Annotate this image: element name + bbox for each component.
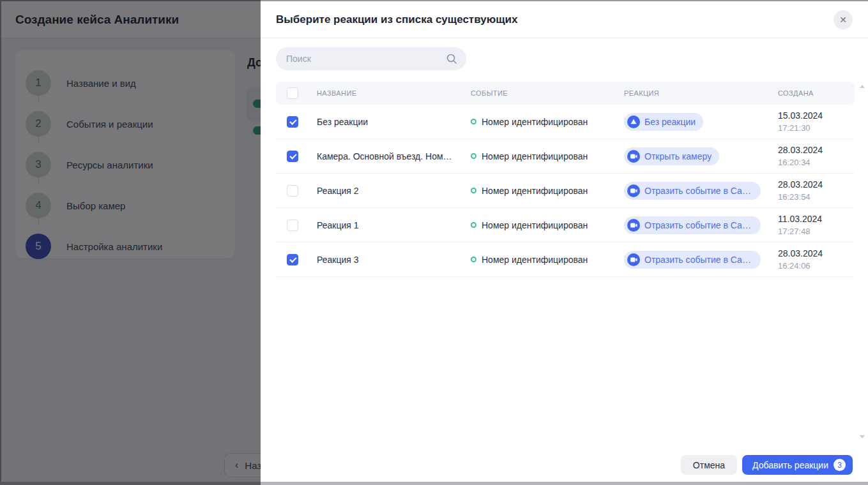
reaction-badge-label: Отразить событие в Сай… — [644, 186, 753, 196]
search-field-wrap — [276, 47, 466, 70]
reaction-badge-label: Без реакции — [644, 117, 696, 127]
event-name: Номер идентифицирован — [482, 255, 588, 265]
event-status-icon — [471, 257, 476, 262]
cancel-button[interactable]: Отмена — [681, 455, 737, 475]
row-checkbox[interactable] — [287, 254, 298, 265]
event-status-icon — [471, 119, 476, 124]
created-date: 11.03.2024 — [778, 213, 855, 225]
created-cell: 28.03.2024 16:23:54 — [778, 179, 855, 203]
event-name: Номер идентифицирован — [482, 117, 588, 127]
add-reactions-label: Добавить реакции — [752, 460, 828, 470]
reaction-badge-label: Открыть камеру — [644, 151, 712, 161]
reactions-table: НАЗВАНИЕ СОБЫТИЕ РЕАКЦИЯ СОЗДАНА Без реа… — [276, 82, 855, 277]
reaction-badge-label: Отразить событие в Сай… — [644, 255, 753, 265]
event-cell: Номер идентифицирован — [471, 220, 624, 230]
reaction-type-icon — [627, 253, 640, 266]
created-date: 15.03.2024 — [778, 110, 855, 122]
selected-count-badge: 3 — [834, 459, 846, 471]
search-icon — [446, 53, 457, 64]
close-button[interactable]: ✕ — [834, 10, 853, 29]
event-status-icon — [471, 222, 476, 228]
scrollbar-down-arrow[interactable] — [860, 435, 865, 438]
created-time: 16:20:34 — [778, 156, 855, 168]
created-time: 17:27:48 — [778, 225, 855, 237]
table-header-row: НАЗВАНИЕ СОБЫТИЕ РЕАКЦИЯ СОЗДАНА — [276, 82, 855, 105]
close-icon: ✕ — [839, 15, 847, 24]
reaction-badge: Без реакции — [624, 113, 703, 131]
created-time: 16:23:54 — [778, 191, 855, 203]
reaction-name: Реакция 2 — [317, 186, 471, 196]
row-checkbox[interactable] — [287, 220, 298, 231]
modal-footer: Отмена Добавить реакции 3 — [261, 455, 868, 482]
event-status-icon — [471, 153, 476, 159]
row-checkbox[interactable] — [287, 185, 298, 197]
modal-header: Выберите реакции из списка существующих … — [261, 1, 868, 38]
event-cell: Номер идентифицирован — [471, 255, 624, 265]
table-row[interactable]: Реакция 3 Номер идентифицирован Отразить… — [276, 243, 855, 277]
table-row[interactable]: Реакция 2 Номер идентифицирован Отразить… — [276, 174, 855, 208]
created-date: 28.03.2024 — [778, 179, 855, 191]
select-all-checkbox[interactable] — [287, 87, 298, 99]
created-date: 28.03.2024 — [778, 248, 855, 260]
event-cell: Номер идентифицирован — [471, 117, 624, 127]
table-row[interactable]: Без реакции Номер идентифицирован Без ре… — [276, 105, 855, 139]
event-status-icon — [471, 188, 476, 193]
reaction-type-icon — [627, 116, 640, 128]
column-header-name: НАЗВАНИЕ — [317, 89, 471, 97]
event-name: Номер идентифицирован — [482, 220, 588, 230]
column-header-reaction: РЕАКЦИЯ — [624, 89, 778, 97]
event-name: Номер идентифицирован — [482, 151, 588, 161]
table-row[interactable]: Реакция 1 Номер идентифицирован Отразить… — [276, 208, 855, 243]
reaction-type-icon — [627, 150, 640, 163]
reaction-name: Камера. Основной въезд. Ном… — [317, 151, 471, 161]
event-cell: Номер идентифицирован — [471, 186, 624, 196]
created-time: 17:21:30 — [778, 122, 855, 134]
reaction-name: Реакция 1 — [317, 220, 471, 230]
event-cell: Номер идентифицирован — [471, 151, 624, 161]
reaction-name: Реакция 3 — [317, 255, 471, 265]
reaction-type-icon — [627, 219, 640, 232]
column-header-event: СОБЫТИЕ — [471, 89, 624, 97]
reaction-name: Без реакции — [317, 117, 471, 127]
select-reactions-modal: Выберите реакции из списка существующих … — [261, 1, 868, 482]
scrollbar-up-arrow[interactable] — [860, 85, 865, 88]
reaction-badge-label: Отразить событие в Сай… — [644, 220, 753, 230]
modal-title: Выберите реакции из списка существующих — [276, 13, 517, 26]
reaction-badge: Отразить событие в Сай… — [624, 216, 761, 234]
column-header-created: СОЗДАНА — [778, 89, 855, 97]
add-reactions-button[interactable]: Добавить реакции 3 — [742, 455, 853, 475]
reaction-badge: Отразить событие в Сай… — [624, 182, 761, 200]
reaction-type-icon — [627, 184, 640, 197]
created-cell: 28.03.2024 16:20:34 — [778, 144, 855, 168]
created-cell: 11.03.2024 17:27:48 — [778, 213, 855, 237]
reaction-badge: Отразить событие в Сай… — [624, 251, 761, 269]
row-checkbox[interactable] — [287, 116, 298, 128]
created-date: 28.03.2024 — [778, 144, 855, 156]
event-name: Номер идентифицирован — [482, 186, 588, 196]
modal-dim-overlay[interactable] — [0, 0, 261, 485]
created-cell: 15.03.2024 17:21:30 — [778, 110, 855, 134]
table-row[interactable]: Камера. Основной въезд. Ном… Номер идент… — [276, 139, 855, 174]
created-time: 16:24:06 — [778, 260, 855, 272]
search-input[interactable] — [276, 47, 466, 70]
created-cell: 28.03.2024 16:24:06 — [778, 248, 855, 272]
reaction-badge: Открыть камеру — [624, 147, 719, 165]
row-checkbox[interactable] — [287, 151, 298, 162]
